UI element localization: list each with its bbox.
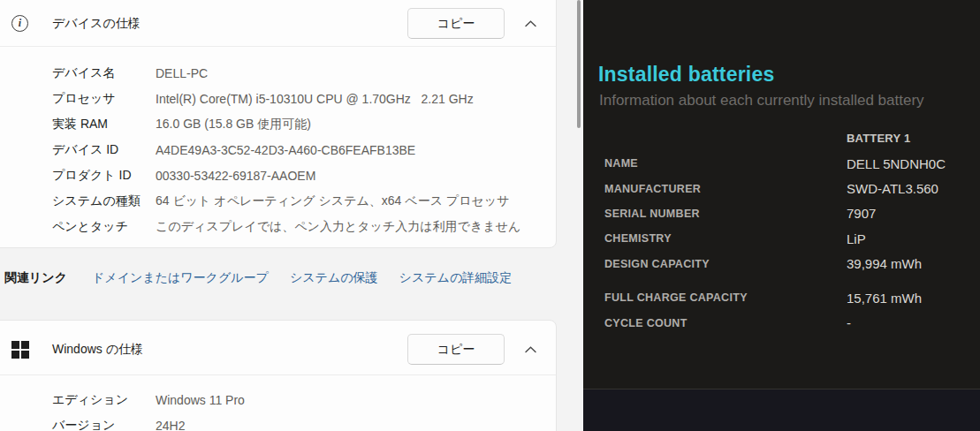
spec-label: バージョン xyxy=(52,418,156,431)
related-links-row: 関連リンク ドメインまたはワークグループ システムの保護 システムの詳細設定 xyxy=(4,269,512,287)
battery-row-label: DESIGN CAPACITY xyxy=(604,258,847,270)
battery-row-label: CHEMISTRY xyxy=(604,232,847,245)
spec-row-device-name: デバイス名 DELL-PC xyxy=(0,60,556,86)
info-icon: i xyxy=(11,15,29,33)
battery-row-label: FULL CHARGE CAPACITY xyxy=(604,291,847,304)
spec-row-version: バージョン 24H2 xyxy=(0,412,556,431)
battery-row-value: - xyxy=(847,315,851,330)
spec-row-system-type: システムの種類 64 ビット オペレーティング システム、x64 ベース プロセ… xyxy=(0,188,556,214)
link-system-protection[interactable]: システムの保護 xyxy=(290,270,378,286)
battery-row-full-charge-capacity: FULL CHARGE CAPACITY 15,761 mWh xyxy=(604,285,975,310)
spec-row-product-id: プロダクト ID 00330-53422-69187-AAOEM xyxy=(0,163,556,188)
windows-spec-title: Windows の仕様 xyxy=(52,342,143,358)
battery-row-chemistry: CHEMISTRY LiP xyxy=(604,226,975,251)
chevron-up-icon xyxy=(525,20,536,27)
related-links-label: 関連リンク xyxy=(4,270,67,286)
spec-value: 16.0 GB (15.8 GB 使用可能) xyxy=(156,117,311,132)
battery-report-title: Installed batteries xyxy=(598,63,774,87)
battery-report-pane: Installed batteries Information about ea… xyxy=(583,0,980,431)
battery-table: NAME DELL 5NDNH0C MANUFACTURER SWD-ATL3.… xyxy=(604,151,975,336)
spec-row-ram: 実装 RAM 16.0 GB (15.8 GB 使用可能) xyxy=(0,111,556,137)
device-spec-card: i デバイスの仕様 コピー デバイス名 DELL-PC xyxy=(0,0,557,248)
spec-label: プロセッサ xyxy=(52,91,156,107)
device-spec-title: デバイスの仕様 xyxy=(52,16,141,32)
battery-row-label: NAME xyxy=(604,157,847,170)
chevron-up-icon xyxy=(525,346,536,353)
battery-row-value: SWD-ATL3.560 xyxy=(847,181,938,196)
spec-value: このディスプレイでは、ペン入力とタッチ入力は利用できません xyxy=(156,219,520,235)
spec-label: デバイス ID xyxy=(52,142,156,158)
device-spec-header[interactable]: i デバイスの仕様 コピー xyxy=(0,0,556,47)
spec-value: DELL-PC xyxy=(156,66,208,80)
link-advanced-system-settings[interactable]: システムの詳細設定 xyxy=(399,270,513,286)
battery-row-value: 39,994 mWh xyxy=(847,256,922,271)
battery-row-label: SERIAL NUMBER xyxy=(604,208,847,220)
battery-row-label: MANUFACTURER xyxy=(604,183,847,195)
collapse-device-spec-button[interactable] xyxy=(519,12,542,35)
spec-row-edition: エディション Windows 11 Pro xyxy=(0,387,556,412)
spec-label: エディション xyxy=(52,392,156,408)
spec-value: Intel(R) Core(TM) i5-10310U CPU @ 1.70GH… xyxy=(156,92,474,106)
device-spec-rows: デバイス名 DELL-PC プロセッサ Intel(R) Core(TM) i5… xyxy=(0,47,556,239)
battery-row-value: 15,761 mWh xyxy=(847,291,922,306)
spec-label: プロダクト ID xyxy=(52,168,156,184)
spec-label: 実装 RAM xyxy=(52,117,156,132)
battery-row-value: 7907 xyxy=(847,206,876,221)
spec-label: デバイス名 xyxy=(52,65,156,81)
screen: i デバイスの仕様 コピー デバイス名 DELL-PC xyxy=(0,0,980,431)
battery-row-cycle-count: CYCLE COUNT - xyxy=(604,310,975,335)
battery-row-design-capacity: DESIGN CAPACITY 39,994 mWh xyxy=(604,252,975,276)
windows-logo-icon xyxy=(11,341,29,359)
spec-value: A4DE49A3-3C52-42D3-A460-CB6FEAFB13BE xyxy=(156,143,415,157)
windows-spec-card: Windows の仕様 コピー エディション Windows 11 Pro xyxy=(0,320,557,431)
copy-windows-spec-button[interactable]: コピー xyxy=(407,334,505,365)
link-domain-or-workgroup[interactable]: ドメインまたはワークグループ xyxy=(92,270,269,286)
battery-row-value: LiP xyxy=(847,231,866,246)
battery-row-value: DELL 5NDNH0C xyxy=(847,156,946,171)
battery-column-header: BATTERY 1 xyxy=(847,132,910,145)
panel-footer-area xyxy=(583,389,980,431)
battery-row-label: CYCLE COUNT xyxy=(604,317,847,329)
battery-row-manufacturer: MANUFACTURER SWD-ATL3.560 xyxy=(604,176,975,200)
battery-row-serial-number: SERIAL NUMBER 7907 xyxy=(604,201,975,226)
spec-label: ペンとタッチ xyxy=(52,219,156,235)
windows-spec-header[interactable]: Windows の仕様 コピー xyxy=(0,321,556,375)
battery-row-name: NAME DELL 5NDNH0C xyxy=(604,151,975,176)
spec-value: 24H2 xyxy=(156,419,185,431)
spec-value: 00330-53422-69187-AAOEM xyxy=(156,169,315,183)
spec-value: 64 ビット オペレーティング システム、x64 ベース プロセッサ xyxy=(156,193,509,209)
copy-device-spec-button[interactable]: コピー xyxy=(407,8,505,39)
spec-value: Windows 11 Pro xyxy=(156,393,245,407)
battery-report-subtitle: Information about each currently install… xyxy=(599,92,924,110)
settings-about-pane: i デバイスの仕様 コピー デバイス名 DELL-PC xyxy=(0,0,583,431)
vertical-scrollbar[interactable] xyxy=(577,0,581,128)
spec-label: システムの種類 xyxy=(52,193,156,209)
collapse-windows-spec-button[interactable] xyxy=(519,338,542,361)
spec-row-device-id: デバイス ID A4DE49A3-3C52-42D3-A460-CB6FEAFB… xyxy=(0,137,556,163)
spec-row-pen-touch: ペンとタッチ このディスプレイでは、ペン入力とタッチ入力は利用できません xyxy=(0,214,556,239)
spec-row-processor: プロセッサ Intel(R) Core(TM) i5-10310U CPU @ … xyxy=(0,86,556,111)
windows-spec-rows: エディション Windows 11 Pro バージョン 24H2 xyxy=(0,376,556,431)
